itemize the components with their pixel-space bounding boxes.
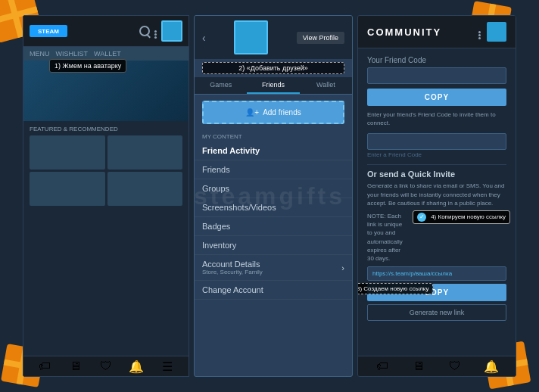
featured-item-1[interactable]: [30, 135, 105, 170]
menu-sub-label: Store, Security, Family: [202, 269, 263, 275]
generate-link-label: Generate new link: [410, 309, 465, 316]
main-container: STEAM MENU WISHLIST WALLET 1) Жмем на ав…: [23, 15, 516, 377]
profile-area: FEATURED & RECOMMENDED: [23, 61, 188, 356]
menu-item-inventory[interactable]: Inventory: [195, 236, 352, 255]
popup-panel: ‹ View Profile 2) «Добавить друзей» Game…: [194, 15, 353, 377]
link-row: https://s.team/p/ваша/ссылка: [367, 266, 506, 281]
community-title: COMMUNITY: [367, 26, 441, 38]
community-panel: COMMUNITY Your Friend Code COPY Enter yo…: [357, 15, 516, 377]
tab-games[interactable]: Games: [195, 77, 247, 94]
search-icon[interactable]: [139, 26, 150, 36]
nav-icon-store[interactable]: 🖥: [70, 360, 82, 372]
tab-wallet[interactable]: Wallet: [300, 77, 352, 94]
steam-header: STEAM: [23, 16, 188, 47]
popup-tabs: Games Friends Wallet: [195, 77, 352, 95]
menu-item-groups[interactable]: Groups: [195, 179, 352, 198]
menu-item-change-account[interactable]: Change Account: [195, 281, 352, 300]
enter-friend-code-input[interactable]: [367, 133, 506, 150]
featured-section: FEATURED & RECOMMENDED: [23, 121, 188, 210]
my-content-label: MY CONTENT: [195, 130, 352, 142]
quick-invite-label: Or send a Quick Invite: [367, 170, 506, 179]
menu-list: Friend Activity Friends Groups Screensho…: [195, 142, 352, 376]
featured-grid: [30, 135, 182, 206]
featured-label: FEATURED & RECOMMENDED: [30, 126, 182, 132]
menu-item-badges[interactable]: Badges: [195, 217, 352, 236]
menu-label: Friends: [202, 165, 230, 174]
generate-link-button[interactable]: Generate new link: [367, 304, 506, 321]
tab-friends[interactable]: Friends: [247, 77, 299, 94]
friend-code-label: Your Friend Code: [367, 56, 506, 64]
featured-item-3[interactable]: [30, 172, 105, 206]
menu-label: Badges: [202, 222, 230, 231]
menu-label: Change Account: [202, 285, 263, 294]
menu-item-friend-activity[interactable]: Friend Activity: [195, 142, 352, 160]
steam-client-panel: STEAM MENU WISHLIST WALLET 1) Жмем на ав…: [23, 15, 189, 377]
featured-item-4[interactable]: [107, 172, 183, 206]
community-bottom-nav: 🏷 🖥 🛡 🔔: [358, 356, 516, 376]
link-url: https://s.team/p/ваша/ссылка: [372, 270, 452, 277]
popup-header: ‹ View Profile: [195, 16, 352, 59]
featured-item-2[interactable]: [107, 135, 183, 170]
annotation-3: 3) Создаем новую ссылку: [358, 283, 433, 294]
annotation-4: ✓ 4) Копируем новую ссылку: [413, 210, 510, 224]
annotation-2: 2) «Добавить друзей»: [202, 62, 344, 74]
back-button[interactable]: ‹: [202, 32, 206, 44]
menu-label: Inventory: [202, 241, 236, 250]
more-icon[interactable]: [154, 30, 157, 33]
add-friends-icon: 👤+: [245, 108, 259, 117]
steam-logo: STEAM: [30, 25, 67, 37]
quick-invite-desc: Generate a link to share via email or SM…: [367, 182, 506, 207]
left-bottom-nav: 🏷 🖥 🛡 🔔 ☰: [23, 356, 188, 376]
copy-button-1[interactable]: COPY: [367, 89, 506, 106]
add-friends-label: Add friends: [263, 108, 301, 117]
bottom-nav-store[interactable]: 🖥: [413, 360, 425, 372]
community-more-icon[interactable]: [478, 31, 481, 33]
divider: [367, 164, 506, 165]
add-friends-button[interactable]: 👤+ Add friends: [202, 101, 344, 124]
community-avatar[interactable]: [487, 22, 506, 42]
helper-text-1: Enter your friend's Friend Code to invit…: [367, 110, 506, 127]
nav-icon-tag[interactable]: 🏷: [39, 360, 51, 372]
nav-wallet[interactable]: WALLET: [94, 50, 121, 58]
annotation-1: 1) Жмем на аватарку: [49, 59, 126, 73]
friend-code-input[interactable]: [367, 67, 506, 84]
menu-label: Groups: [202, 184, 229, 193]
nav-menu[interactable]: MENU: [30, 50, 50, 58]
avatar[interactable]: [161, 20, 182, 42]
view-profile-button[interactable]: View Profile: [297, 32, 344, 44]
menu-item-account[interactable]: Account Details Store, Security, Family …: [195, 255, 352, 281]
enter-placeholder-text: Enter a Friend Code: [367, 151, 506, 158]
generate-link-row: Generate new link 3) Создаем новую ссылк…: [367, 304, 506, 321]
bottom-nav-shield[interactable]: 🛡: [449, 360, 461, 372]
menu-label: Screenshots/Videos: [202, 203, 276, 212]
nav-wishlist[interactable]: WISHLIST: [56, 50, 89, 58]
bottom-nav-bell[interactable]: 🔔: [485, 360, 497, 372]
check-icon: ✓: [417, 213, 426, 222]
nav-icon-menu[interactable]: ☰: [161, 360, 173, 372]
note-row: NOTE: Each link is unique to you and aut…: [367, 212, 506, 263]
chevron-right-icon: ›: [341, 263, 344, 272]
community-content: Your Friend Code COPY Enter your friend'…: [358, 48, 516, 356]
menu-item-screenshots[interactable]: Screenshots/Videos: [195, 198, 352, 217]
nav-icon-bell[interactable]: 🔔: [130, 360, 142, 372]
menu-label: Account Details: [202, 260, 263, 269]
bottom-nav-tag[interactable]: 🏷: [376, 360, 388, 372]
menu-item-friends[interactable]: Friends: [195, 160, 352, 179]
nav-icon-shield[interactable]: 🛡: [100, 360, 112, 372]
community-header: COMMUNITY: [358, 16, 516, 48]
popup-avatar[interactable]: [234, 20, 268, 54]
menu-label: Friend Activity: [202, 146, 260, 155]
